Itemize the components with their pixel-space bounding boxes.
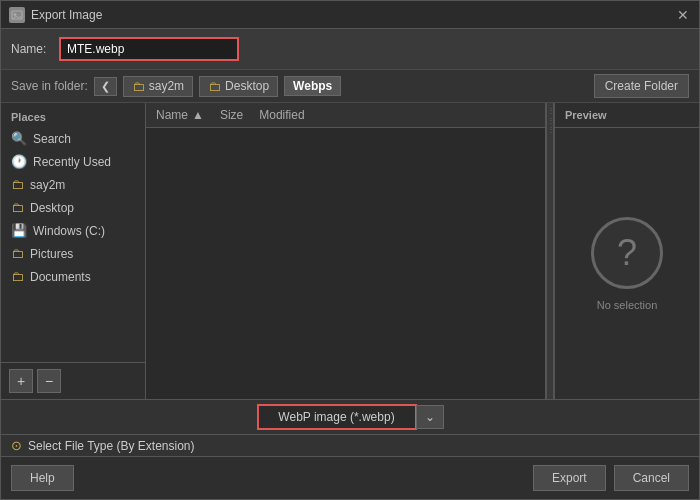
sidebar-header: Places <box>1 103 145 127</box>
back-button[interactable]: ❮ <box>94 77 117 96</box>
file-area: Name ▲ Size Modified <box>146 103 546 399</box>
add-bookmark-button[interactable]: + <box>9 369 33 393</box>
help-button[interactable]: Help <box>11 465 74 491</box>
remove-bookmark-button[interactable]: − <box>37 369 61 393</box>
column-modified-label: Modified <box>259 108 304 122</box>
sidebar-item-windows-c[interactable]: 💾 Windows (C:) <box>1 219 145 242</box>
breadcrumb-webps[interactable]: Webps <box>284 76 341 96</box>
resize-handle[interactable]: ⋮⋮⋮ <box>546 103 554 399</box>
sidebar-item-say2m[interactable]: 🗀 say2m <box>1 173 145 196</box>
filetype-display[interactable]: WebP image (*.webp) <box>257 404 417 430</box>
name-row: Name: <box>1 29 699 69</box>
cancel-button[interactable]: Cancel <box>614 465 689 491</box>
search-icon: 🔍 <box>11 131 27 146</box>
preview-content: ? No selection <box>555 128 699 399</box>
breadcrumb-webps-label: Webps <box>293 79 332 93</box>
filetype-dropdown-button[interactable]: ⌄ <box>416 405 444 429</box>
no-selection-label: No selection <box>597 299 658 311</box>
sidebar-search-label: Search <box>33 132 71 146</box>
sidebar-item-recently-used[interactable]: 🕐 Recently Used <box>1 150 145 173</box>
name-label: Name: <box>11 42 51 56</box>
main-area: Places 🔍 Search 🕐 Recently Used 🗀 say2m … <box>1 103 699 399</box>
column-name-label: Name <box>156 108 188 122</box>
export-image-dialog: Export Image ✕ Name: Save in folder: ❮ 🗀… <box>0 0 700 500</box>
sidebar: Places 🔍 Search 🕐 Recently Used 🗀 say2m … <box>1 103 146 399</box>
drive-icon: 💾 <box>11 223 27 238</box>
breadcrumb-say2m[interactable]: 🗀 say2m <box>123 76 193 97</box>
file-list <box>146 128 545 399</box>
folder-icon: 🗀 <box>11 246 24 261</box>
folder-icon: 🗀 <box>11 269 24 284</box>
preview-panel: Preview ? No selection <box>554 103 699 399</box>
sidebar-desktop-label: Desktop <box>30 201 74 215</box>
filename-input[interactable] <box>59 37 239 61</box>
preview-header: Preview <box>555 103 699 128</box>
folder-icon: 🗀 <box>208 79 221 94</box>
sidebar-recently-used-label: Recently Used <box>33 155 111 169</box>
select-filetype-label: Select File Type (By Extension) <box>28 439 195 453</box>
sidebar-bottom: + − <box>1 362 145 399</box>
filetype-wrapper: WebP image (*.webp) ⌄ <box>7 404 693 430</box>
column-name[interactable]: Name ▲ <box>156 108 204 122</box>
dialog-title: Export Image <box>31 8 675 22</box>
close-button[interactable]: ✕ <box>675 7 691 23</box>
select-filetype-row: ⊙ Select File Type (By Extension) <box>1 434 699 456</box>
breadcrumb-desktop-label: Desktop <box>225 79 269 93</box>
folder-icon: 🗀 <box>11 177 24 192</box>
sidebar-documents-label: Documents <box>30 270 91 284</box>
app-icon <box>9 7 25 23</box>
sidebar-say2m-label: say2m <box>30 178 65 192</box>
column-modified[interactable]: Modified <box>259 108 304 122</box>
footer: Help Export Cancel <box>1 456 699 499</box>
sidebar-item-pictures[interactable]: 🗀 Pictures <box>1 242 145 265</box>
breadcrumb-desktop[interactable]: 🗀 Desktop <box>199 76 278 97</box>
create-folder-button[interactable]: Create Folder <box>594 74 689 98</box>
titlebar: Export Image ✕ <box>1 1 699 29</box>
column-size[interactable]: Size <box>220 108 243 122</box>
sidebar-item-documents[interactable]: 🗀 Documents <box>1 265 145 288</box>
sidebar-item-search[interactable]: 🔍 Search <box>1 127 145 150</box>
save-in-folder-label: Save in folder: <box>11 79 88 93</box>
folder-icon: 🗀 <box>132 79 145 94</box>
sort-asc-icon: ▲ <box>192 108 204 122</box>
file-header: Name ▲ Size Modified <box>146 103 545 128</box>
preview-placeholder-icon: ? <box>591 217 663 289</box>
folder-row: Save in folder: ❮ 🗀 say2m 🗀 Desktop Webp… <box>1 69 699 103</box>
clock-icon: 🕐 <box>11 154 27 169</box>
filetype-folder-icon: ⊙ <box>11 438 22 453</box>
sidebar-windows-c-label: Windows (C:) <box>33 224 105 238</box>
sidebar-pictures-label: Pictures <box>30 247 73 261</box>
sidebar-item-desktop[interactable]: 🗀 Desktop <box>1 196 145 219</box>
folder-icon: 🗀 <box>11 200 24 215</box>
breadcrumb-say2m-label: say2m <box>149 79 184 93</box>
filetype-bar: WebP image (*.webp) ⌄ <box>1 399 699 434</box>
column-size-label: Size <box>220 108 243 122</box>
export-button[interactable]: Export <box>533 465 606 491</box>
